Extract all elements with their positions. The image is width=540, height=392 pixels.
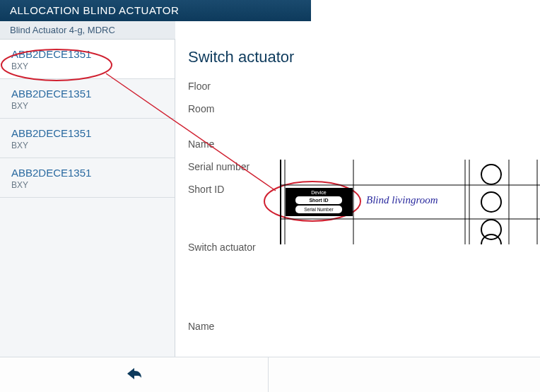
field-serial: Serial number <box>188 155 527 178</box>
back-button[interactable] <box>0 357 269 392</box>
back-arrow-icon <box>126 367 143 384</box>
page-header: ALLOCATION BLIND ACTUATOR <box>0 0 311 21</box>
sidebar-item-1[interactable]: ABB2DECE1351 BXY <box>0 79 175 119</box>
sidebar-item-code: ABB2DECE1351 <box>11 127 163 139</box>
field-floor: Floor <box>188 75 527 97</box>
field-room: Room <box>188 97 527 120</box>
sidebar-item-0[interactable]: ABB2DECE1351 BXY <box>0 40 175 79</box>
field-switch-actuator: Switch actuator <box>188 236 527 259</box>
device-sidebar: ABB2DECE1351 BXY ABB2DECE1351 BXY ABB2DE… <box>0 40 175 357</box>
main-panel: Switch actuator Floor Room Name Serial n… <box>175 40 540 357</box>
sidebar-item-code: ABB2DECE1351 <box>11 88 163 100</box>
header-title: ALLOCATION BLIND ACTUATOR <box>10 4 179 16</box>
sidebar-item-sub: BXY <box>11 141 163 150</box>
footer-bar <box>0 357 540 392</box>
sidebar-item-2[interactable]: ABB2DECE1351 BXY <box>0 119 175 158</box>
sidebar-item-3[interactable]: ABB2DECE1351 BXY <box>0 158 175 198</box>
field-name: Name <box>188 133 527 155</box>
sidebar-item-code: ABB2DECE1351 <box>11 48 163 60</box>
sidebar-item-sub: BXY <box>11 101 163 111</box>
sidebar-item-sub: BXY <box>11 61 163 71</box>
sidebar-item-sub: BXY <box>11 180 163 190</box>
subheader-text: Blind Actuator 4-g, MDRC <box>10 25 115 35</box>
subheader: Blind Actuator 4-g, MDRC <box>0 21 175 40</box>
field-shortid: Short ID <box>188 178 527 201</box>
main-title: Switch actuator <box>188 48 527 66</box>
sidebar-item-code: ABB2DECE1351 <box>11 167 163 179</box>
field-name2: Name <box>188 315 527 338</box>
